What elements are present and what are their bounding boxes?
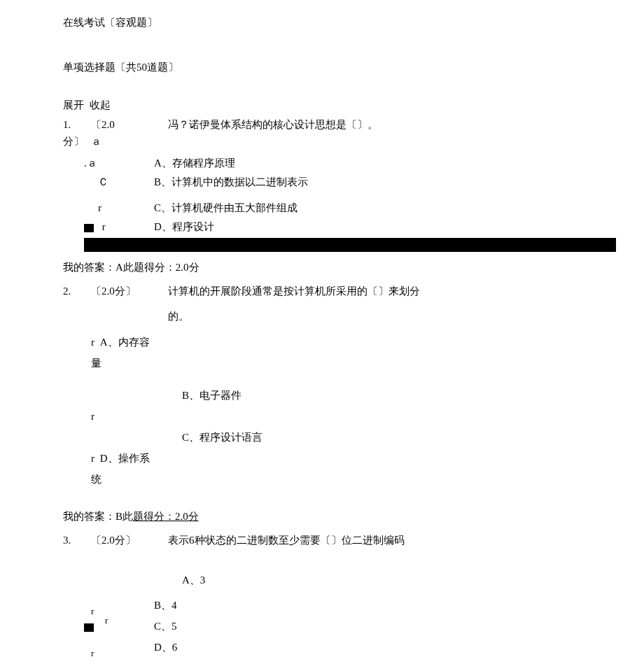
question-3: 3. 〔2.0分〕 表示6种状态的二进制数至少需要〔〕位二进制编码 A、3 r … [63,532,644,664]
q2-answer: 我的答案：B此题得分：2.0分 [63,508,644,525]
q1-answer: 我的答案：A此题得分：2.0分 [63,259,644,276]
q1-options: .ａ A、存储程序原理 Ｃ B、计算机中的数据以二进制表示 r C、计算机硬件由… [63,154,644,236]
question-1: 1. 〔2.0 冯？诺伊曼体系结构的核心设计思想是〔〕。 分〕 ａ .ａ A、存… [63,116,644,252]
q2-radio-d[interactable]: r D、操作系统 [63,448,154,490]
black-bar [84,238,616,252]
q2-option-a-text: A、内存容量 [91,337,150,369]
q3-options: A、3 r B、4 r C、5 r D、6 r [63,570,644,664]
q2-option-b-text: B、电子器件 [182,385,241,406]
q1-number: 1. [63,116,91,133]
q1-score-close: 分〕 [63,133,91,150]
q1-radio-b[interactable]: Ｃ [63,173,154,192]
black-marker-icon [84,224,94,232]
q1-option-b-text: B、计算机中的数据以二进制表示 [154,173,308,192]
q1-option-d-text: D、程序设计 [154,218,214,236]
q2-radio-a[interactable]: r A、内存容量 [63,332,154,374]
q1-option-c-text: C、计算机硬件由五大部件组成 [154,199,298,218]
q1-option-a-text: A、存储程序原理 [154,154,235,173]
q1-radio-c[interactable]: r [63,199,154,218]
q1-radio-a[interactable]: .ａ [63,154,154,173]
exam-title: 在线考试〔容观题〕 [63,14,644,31]
q3-option-d-text: D、6 [154,637,177,658]
q2-number: 2. [63,283,91,299]
q2-option-d-text: D、操作系统 [91,453,150,485]
section-header: 单项选择题〔共50道题〕 [63,59,644,76]
black-marker-icon [84,623,94,632]
q1-marker-a: ａ [91,133,105,150]
q2-score: 〔2.0分〕 [91,283,168,299]
q3-number: 3. [63,532,91,549]
q1-score-open: 〔2.0 [91,116,168,133]
q3-option-b-text: B、4 [154,595,177,616]
q3-option-c-text: C、5 [154,616,177,637]
q2-stem: 计算机的开展阶段通常是按计算机所采用的〔〕来划分 [168,283,420,299]
q1-stem: 冯？诺伊曼体系结构的核心设计思想是〔〕。 [168,116,378,133]
q2-radio-b-marker[interactable]: r [63,406,154,427]
q2-options: r A、内存容量 B、电子器件 r C、程序设计语言 r D、操作系统 [63,332,644,490]
q1-radio-d[interactable]: r [63,218,154,236]
q3-score: 〔2.0分〕 [91,532,168,549]
q3-option-a-text: A、3 [182,570,205,591]
q3-radio-c[interactable]: r [63,616,154,637]
q2-stem-continued: 的。 [168,308,644,325]
expand-link[interactable]: 展开 [63,99,84,111]
collapse-link[interactable]: 收起 [90,99,111,111]
expand-collapse-controls: 展开 收起 [63,97,644,113]
q3-stem: 表示6种状态的二进制数至少需要〔〕位二进制编码 [168,532,405,549]
q3-extra-markers: r [63,658,154,664]
q2-option-c-text: C、程序设计语言 [182,427,262,448]
question-2: 2. 〔2.0分〕 计算机的开展阶段通常是按计算机所采用的〔〕来划分 的。 r … [63,283,644,490]
